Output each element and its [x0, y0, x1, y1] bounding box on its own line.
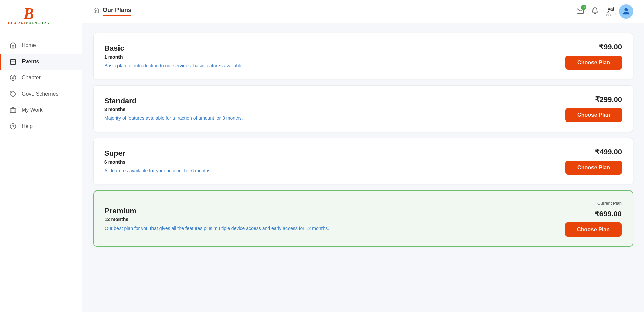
sidebar-item-govt-schemes[interactable]: Govt. Schemes: [0, 86, 82, 102]
plan-premium-right: Current Plan ₹699.00 Choose Plan: [554, 201, 622, 237]
page-title: Our Plans: [103, 7, 131, 16]
plan-standard-price: ₹299.00: [595, 95, 622, 104]
plan-premium-description: Our best plan for you that gives all the…: [105, 226, 381, 231]
plan-super-right: ₹499.00 Choose Plan: [555, 148, 622, 175]
choose-plan-standard-button[interactable]: Choose Plan: [565, 108, 622, 122]
user-handle: @yati: [605, 12, 616, 16]
messages-button[interactable]: 3: [576, 7, 584, 16]
choose-plan-super-button[interactable]: Choose Plan: [565, 161, 622, 175]
plan-standard-left: Standard 3 months Majority of features a…: [104, 97, 555, 121]
main-area: Our Plans 3 yati @yati: [82, 0, 644, 312]
calendar-icon: [9, 58, 17, 65]
sidebar-navigation: Home Events Chapter Govt. Schemes My Wor: [0, 31, 82, 312]
plan-card-standard: Standard 3 months Majority of features a…: [93, 85, 633, 132]
compass-icon: [9, 74, 17, 81]
sidebar-item-chapter-label: Chapter: [22, 75, 41, 81]
plan-card-basic: Basic 1 month Basic plan for introductio…: [93, 33, 633, 79]
plan-standard-description: Majority of features available for a fra…: [104, 115, 380, 121]
svg-rect-7: [10, 109, 16, 113]
plan-super-price: ₹499.00: [595, 148, 622, 157]
sidebar-item-my-work[interactable]: My Work: [0, 102, 82, 118]
messages-badge: 3: [581, 5, 586, 10]
plan-basic-duration: 1 month: [104, 54, 555, 60]
sidebar-item-govt-schemes-label: Govt. Schemes: [22, 91, 58, 97]
plan-super-left: Super 6 months All features available fo…: [104, 149, 555, 173]
home-icon: [9, 42, 17, 49]
plan-standard-name: Standard: [104, 97, 555, 105]
user-text: yati @yati: [605, 6, 616, 16]
header-left: Our Plans: [93, 7, 131, 16]
sidebar-logo: B BHARATPRENEURS: [0, 0, 82, 31]
plan-premium-duration: 12 months: [105, 217, 554, 222]
plan-standard-right: ₹299.00 Choose Plan: [555, 95, 622, 122]
plan-super-name: Super: [104, 149, 555, 158]
sidebar-item-help[interactable]: Help: [0, 118, 82, 134]
sidebar-item-help-label: Help: [22, 123, 33, 129]
choose-plan-basic-button[interactable]: Choose Plan: [565, 56, 622, 70]
header-right: 3 yati @yati: [576, 4, 633, 19]
header: Our Plans 3 yati @yati: [82, 0, 644, 23]
plan-basic-name: Basic: [104, 44, 555, 53]
avatar: [619, 4, 633, 19]
user-name: yati: [605, 6, 616, 12]
user-menu[interactable]: yati @yati: [605, 4, 633, 19]
bell-icon: [591, 7, 599, 14]
plan-basic-left: Basic 1 month Basic plan for introductio…: [104, 44, 555, 68]
svg-rect-0: [11, 59, 16, 64]
plan-premium-left: Premium 12 months Our best plan for you …: [105, 207, 554, 231]
sidebar-item-my-work-label: My Work: [22, 107, 43, 113]
plan-standard-duration: 3 months: [104, 107, 555, 112]
plan-basic-right: ₹99.00 Choose Plan: [555, 43, 622, 70]
help-circle-icon: [9, 123, 17, 130]
header-home-icon: [93, 7, 99, 15]
tag-icon: [9, 90, 17, 98]
logo-preneurs: PRENEURS: [26, 21, 49, 25]
choose-plan-premium-button[interactable]: Choose Plan: [565, 222, 622, 237]
notifications-button[interactable]: [591, 7, 599, 16]
plan-super-duration: 6 months: [104, 159, 555, 165]
svg-point-10: [624, 8, 628, 11]
plan-basic-description: Basic plan for introduction to our servi…: [104, 63, 380, 68]
sidebar-item-home-label: Home: [22, 42, 36, 48]
current-plan-label: Current Plan: [597, 201, 622, 206]
plans-content: Basic 1 month Basic plan for introductio…: [82, 23, 644, 312]
plan-premium-name: Premium: [105, 207, 554, 215]
logo-bharat: BHARAT: [8, 21, 26, 25]
plan-basic-price: ₹99.00: [599, 43, 622, 51]
svg-marker-5: [12, 76, 14, 79]
plan-card-premium: Premium 12 months Our best plan for you …: [93, 190, 633, 247]
sidebar-item-events-label: Events: [22, 59, 39, 65]
avatar-icon: [621, 7, 631, 16]
sidebar-item-chapter[interactable]: Chapter: [0, 70, 82, 86]
sidebar: B BHARATPRENEURS Home Events Chapter: [0, 0, 82, 312]
sidebar-item-home[interactable]: Home: [0, 37, 82, 54]
plan-super-description: All features available for your account …: [104, 168, 380, 173]
plan-premium-price: ₹699.00: [595, 210, 622, 218]
sidebar-item-events[interactable]: Events: [0, 54, 82, 70]
svg-point-4: [10, 75, 16, 81]
plan-card-super: Super 6 months All features available fo…: [93, 138, 633, 184]
briefcase-icon: [9, 106, 17, 114]
logo-letter-b: B: [24, 6, 34, 22]
